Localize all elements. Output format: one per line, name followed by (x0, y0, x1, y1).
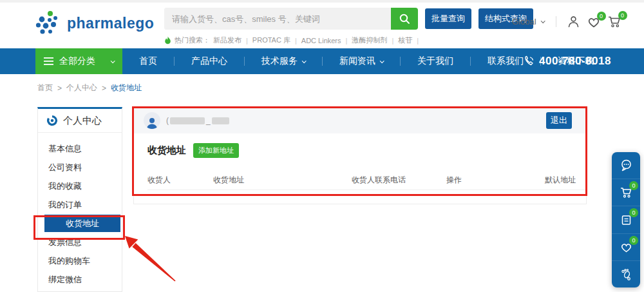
logo-text: pharmalego (67, 15, 154, 32)
all-categories-button[interactable]: 全部分类 (35, 48, 122, 74)
logo[interactable]: pharmalego (35, 10, 154, 36)
footprints-button[interactable] (612, 260, 640, 287)
phone-icon (523, 55, 535, 67)
breadcrumb-current: 收货地址 (111, 83, 142, 93)
redacted-block (212, 117, 229, 124)
personal-center-sidebar: 个人中心 基本信息 公司资料 我的收藏 我的订单 收货地址 发票信息 我的购物车… (37, 107, 122, 292)
col-address: 收货地址 (213, 175, 244, 186)
logout-button[interactable]: 退出 (546, 112, 572, 129)
search-icon (399, 13, 411, 25)
sidebar-header: 个人中心 (38, 109, 122, 133)
search-input[interactable] (164, 8, 391, 30)
global-selector[interactable]: Global (512, 17, 544, 26)
chevron-down-icon (111, 59, 115, 63)
chevron-down-icon (540, 19, 545, 23)
inquiry-button[interactable]: 0 (612, 206, 640, 233)
flame-icon (164, 36, 171, 44)
sidebar-menu: 基本信息 公司资料 我的收藏 我的订单 收货地址 发票信息 我的购物车 绑定微信 (38, 133, 122, 289)
sidebar-item-cart[interactable]: 我的购物车 (38, 251, 122, 270)
breadcrumb: 首页 > 个人中心 > 收货地址 (37, 83, 142, 93)
cart-count-badge: 0 (618, 11, 627, 20)
toolbar-favorites-button[interactable]: 0 (612, 233, 640, 260)
hot-search-item[interactable]: PROTAC 库 (252, 35, 290, 45)
sidebar-item-favorites[interactable]: 我的收藏 (38, 177, 122, 195)
breadcrumb-home[interactable]: 首页 (37, 83, 53, 93)
address-table-header: 收货人 收货地址 收货人联系电话 操作 默认地址 (147, 163, 586, 190)
nav-item-services[interactable]: 技术服务 (245, 48, 322, 74)
batch-query-button[interactable]: 批量查询 (425, 8, 471, 29)
cart-button[interactable]: 0 (607, 15, 622, 28)
personal-center-icon (46, 115, 58, 126)
avatar (144, 112, 160, 129)
favorites-count-badge: 0 (597, 12, 606, 21)
main-navbar: 全部分类 首页 产品中心 技术服务 新闻资讯 关于我们 联系我们 资料下载 40… (0, 48, 644, 74)
divider (556, 16, 556, 27)
redacted-block (170, 117, 205, 124)
hotline-number: 400-780-8018 (539, 55, 611, 68)
shipping-address-panel: ( _ 退出 收货地址 添加新地址 收货人 收货地址 收货人联系电话 操作 默认… (133, 107, 587, 204)
sidebar-item-basic-info[interactable]: 基本信息 (38, 139, 122, 158)
floating-toolbar: 0 0 0 (612, 152, 640, 287)
hotline: 400-780-8018 (523, 48, 611, 74)
toolbar-cart-button[interactable]: 0 (612, 179, 640, 206)
site-header: pharmalego 批量查询 结构式查询 热门搜索： 新品发布| PROTAC… (0, 3, 644, 45)
hot-search-item[interactable]: 核苷 (398, 35, 412, 45)
account-button[interactable] (567, 15, 580, 28)
sidebar-item-wechat-binding[interactable]: 绑定微信 (38, 270, 122, 289)
footprint-icon (620, 268, 633, 281)
col-consignee: 收货人 (147, 175, 171, 186)
chevron-down-icon (380, 59, 384, 63)
favorites-button[interactable]: 0 (587, 15, 601, 28)
nav-item-news[interactable]: 新闻资讯 (323, 48, 400, 74)
hot-search-item[interactable]: 新品发布 (213, 35, 242, 45)
col-phone: 收货人联系电话 (352, 175, 406, 186)
hamburger-icon (44, 57, 53, 65)
section-title: 收货地址 (147, 144, 186, 157)
customer-service-button[interactable] (612, 152, 640, 179)
hot-search-label: 热门搜索： (175, 35, 210, 45)
user-icon (567, 15, 580, 28)
add-address-button[interactable]: 添加新地址 (193, 143, 239, 158)
nav-item-about[interactable]: 关于我们 (401, 48, 470, 74)
chevron-down-icon (302, 59, 307, 63)
toolbar-cart-badge: 0 (629, 181, 638, 190)
breadcrumb-personal-center[interactable]: 个人中心 (66, 83, 97, 93)
hot-search-item[interactable]: ADC Linkers (301, 37, 341, 44)
col-default-address: 默认地址 (545, 175, 576, 186)
sidebar-item-company-info[interactable]: 公司资料 (38, 158, 122, 177)
username-masked: ( _ (166, 116, 229, 125)
inquiry-badge: 0 (629, 208, 638, 217)
sidebar-item-orders[interactable]: 我的订单 (38, 195, 122, 214)
search-bar: 批量查询 结构式查询 (164, 8, 533, 30)
toolbar-favorites-badge: 0 (629, 236, 638, 245)
nav-item-home[interactable]: 首页 (122, 48, 174, 74)
sidebar-title: 个人中心 (63, 115, 102, 127)
avatar-person-icon (146, 117, 158, 129)
logo-molecule-icon (35, 10, 61, 36)
search-button[interactable] (391, 8, 418, 30)
sidebar-item-invoice-info[interactable]: 发票信息 (38, 233, 122, 251)
sidebar-item-shipping-address[interactable]: 收货地址 (44, 215, 120, 232)
annotation-arrow (122, 233, 180, 285)
col-actions: 操作 (446, 175, 462, 186)
hot-search-row: 热门搜索： 新品发布| PROTAC 库| ADC Linkers| 激酶抑制剂… (164, 35, 420, 45)
address-section: 收货地址 添加新地址 收货人 收货地址 收货人联系电话 操作 默认地址 (134, 133, 586, 190)
account-bar: ( _ 退出 (134, 108, 586, 133)
hot-search-item[interactable]: 激酶抑制剂 (352, 35, 387, 45)
nav-item-products[interactable]: 产品中心 (175, 48, 244, 74)
header-actions: Global 0 0 (512, 15, 629, 28)
chat-icon (620, 159, 633, 172)
all-categories-label: 全部分类 (59, 55, 106, 67)
